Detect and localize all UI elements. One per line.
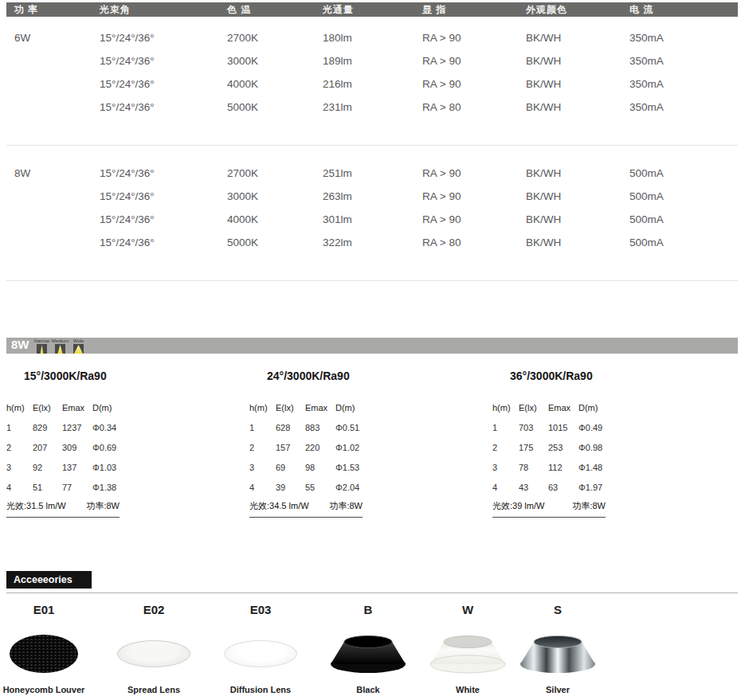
accessory-item: E03Diffusion Lens xyxy=(209,603,312,694)
reflector-silver-image xyxy=(518,633,598,675)
spec-cell-power: 8W xyxy=(14,162,100,185)
spec-table-header-bar: 功 率光束角色 温光通量显 指外观颜色电 流 xyxy=(6,2,738,17)
beam-icon-narrow: Narrow xyxy=(36,338,49,354)
spec-cell-housing-color: BK/WH xyxy=(526,231,629,254)
photometric-cell: 2 xyxy=(249,438,276,458)
spec-row: 15°/24°/36°5000K322lmRA > 80BK/WH500mA xyxy=(14,231,739,254)
spec-cell-power xyxy=(14,96,100,119)
spec-cell-power: 6W xyxy=(14,26,100,49)
spec-cell-cct: 2700K xyxy=(227,162,323,185)
photometric-cell: 1237 xyxy=(62,418,92,438)
spec-cell-beam-angle: 15°/24°/36° xyxy=(100,96,227,119)
efficacy-label: 光效:31.5 lm/W xyxy=(6,500,66,512)
photometric-header-cell: D(m) xyxy=(335,398,377,418)
photometric-header-cell: h(m) xyxy=(249,398,276,418)
spec-cell-power xyxy=(14,231,100,254)
spec-cell-current: 350mA xyxy=(629,26,739,49)
accessories-divider xyxy=(6,592,738,593)
photometric-cell: 137 xyxy=(62,458,92,478)
photometric-row: 18291237Φ0.34 xyxy=(6,418,134,438)
beam-icon-wide: Wide xyxy=(73,338,85,354)
photometric-cell: 220 xyxy=(305,438,335,458)
photometric-header-cell: h(m) xyxy=(492,398,519,418)
spec-cell-cct: 5000K xyxy=(227,96,323,119)
power-label: 功率:8W xyxy=(86,500,120,512)
beam-icon-label: Narrow xyxy=(34,338,49,343)
spec-cell-cct: 5000K xyxy=(227,231,323,254)
accessory-image xyxy=(209,631,312,677)
beam-triangle xyxy=(73,345,84,354)
spec-cell-cri: RA > 90 xyxy=(422,162,526,185)
spec-cell-cct: 3000K xyxy=(227,185,323,208)
photometric-header-row: h(m)E(lx)EmaxD(m) xyxy=(249,398,377,418)
spec-cell-flux: 180lm xyxy=(323,26,422,49)
spec-cell-cri: RA > 90 xyxy=(422,49,526,72)
photometric-header-row: h(m)E(lx)EmaxD(m) xyxy=(6,398,134,418)
photometric-footer: 光效:39 lm/W功率:8W xyxy=(492,500,606,518)
photometric-cell: 69 xyxy=(276,458,305,478)
spec-cell-housing-color: BK/WH xyxy=(526,96,629,119)
accessories-list: E01Honeycomb LouverE02Spread LensE03Diff… xyxy=(0,603,745,697)
photometric-cell: 157 xyxy=(276,438,305,458)
photometric-row: 44363Φ1.97 xyxy=(492,478,620,498)
photometric-cell: Φ1.03 xyxy=(92,458,134,478)
lens-diffusion-image xyxy=(224,640,297,667)
spec-cell-power xyxy=(14,72,100,96)
datasheet-page: 功 率光束角色 温光通量显 指外观颜色电 流 6W15°/24°/36°2700… xyxy=(0,0,745,700)
spec-cell-power xyxy=(14,208,100,231)
accessory-code: W xyxy=(416,603,520,619)
spec-header-cell: 功 率 xyxy=(14,3,100,17)
photometric-cell: Φ0.49 xyxy=(578,418,620,438)
divider xyxy=(6,280,738,281)
photometric-row: 43955Φ2.04 xyxy=(249,478,377,498)
accessory-name: Silver xyxy=(506,685,610,694)
spec-header-cell: 色 温 xyxy=(227,3,323,17)
spec-cell-cri: RA > 80 xyxy=(422,96,526,119)
photometric-cell: 207 xyxy=(33,438,62,458)
spec-header-cell: 光通量 xyxy=(323,3,422,17)
photometric-cell: 829 xyxy=(33,418,62,438)
accessory-name: Honeycomb Louver xyxy=(0,685,96,694)
spec-cell-cct: 2700K xyxy=(227,26,323,49)
spec-cell-power xyxy=(14,185,100,208)
spec-cell-flux: 231lm xyxy=(323,96,422,119)
photometric-header-row: h(m)E(lx)EmaxD(m) xyxy=(492,398,620,418)
reflector-black-image xyxy=(328,633,408,675)
spec-row: 15°/24°/36°5000K231lmRA > 80BK/WH350mA xyxy=(14,96,739,119)
spec-cell-cri: RA > 90 xyxy=(422,208,526,231)
accessory-item: E01Honeycomb Louver xyxy=(0,603,96,694)
accessory-name: Diffusion Lens xyxy=(209,685,312,694)
accessory-code: B xyxy=(316,603,420,619)
power-label: 功率:8W xyxy=(329,500,363,512)
accessory-item: SSilver xyxy=(506,603,610,694)
beam-icon-medium: Medium xyxy=(54,338,67,354)
spec-cell-beam-angle: 15°/24°/36° xyxy=(100,231,227,254)
photometric-cell: Φ2.04 xyxy=(335,478,377,498)
spec-cell-current: 500mA xyxy=(629,231,739,254)
photometric-cell: 98 xyxy=(305,458,335,478)
photometric-cell: 253 xyxy=(548,438,578,458)
photometric-row: 2175253Φ0.98 xyxy=(492,438,620,458)
spec-cell-cri: RA > 90 xyxy=(422,72,526,96)
photometric-cell: 3 xyxy=(249,458,276,478)
photometric-cell: 2 xyxy=(6,438,33,458)
spec-cell-housing-color: BK/WH xyxy=(526,26,629,49)
photometric-cell: Φ0.34 xyxy=(92,418,134,438)
spec-cell-housing-color: BK/WH xyxy=(526,208,629,231)
spec-cell-current: 350mA xyxy=(629,96,739,119)
spec-cell-beam-angle: 15°/24°/36° xyxy=(100,49,227,72)
photometric-cell: 43 xyxy=(519,478,548,498)
photometric-header-cell: E(lx) xyxy=(519,398,548,418)
spec-header-cell: 外观颜色 xyxy=(526,3,629,17)
photometric-header-cell: Emax xyxy=(305,398,335,418)
photometric-cell: 883 xyxy=(305,418,335,438)
spec-header-cell: 光束角 xyxy=(100,3,227,17)
accessory-image xyxy=(102,631,206,677)
photometric-cell: Φ0.98 xyxy=(578,438,620,458)
photometric-table-title: 15°/3000K/Ra90 xyxy=(6,370,134,382)
photometric-cell: 309 xyxy=(62,438,92,458)
spec-cell-current: 350mA xyxy=(629,72,739,96)
photometric-row: 45177Φ1.38 xyxy=(6,478,134,498)
photometric-tables: 15°/3000K/Ra90h(m)E(lx)EmaxD(m)18291237Φ… xyxy=(0,370,745,521)
photometric-header-cell: E(lx) xyxy=(276,398,305,418)
